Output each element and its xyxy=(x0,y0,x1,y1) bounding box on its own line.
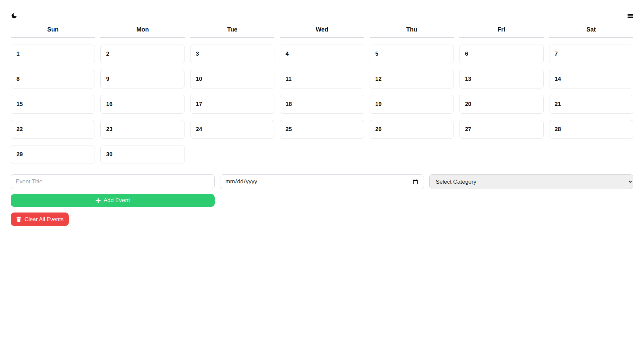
day-number: 14 xyxy=(555,76,561,82)
event-date-input[interactable] xyxy=(220,174,424,189)
menu-button[interactable] xyxy=(628,14,633,18)
day-number: 24 xyxy=(196,126,202,133)
day-number: 20 xyxy=(465,101,471,108)
day-cell: 30 xyxy=(100,145,184,164)
day-cell: 16 xyxy=(100,95,184,114)
day-header: Fri xyxy=(459,26,543,38)
day-number: 29 xyxy=(16,151,23,158)
day-cell: 29 xyxy=(11,145,95,164)
day-cell: 17 xyxy=(190,95,274,114)
day-number: 17 xyxy=(196,101,202,108)
day-cell: 22 xyxy=(11,120,95,139)
day-cell: 1 xyxy=(11,45,95,63)
trash-icon xyxy=(16,217,21,222)
day-number: 2 xyxy=(106,51,109,57)
day-cell: 23 xyxy=(100,120,184,139)
day-number: 6 xyxy=(465,51,468,57)
day-number: 5 xyxy=(375,51,378,57)
day-number: 23 xyxy=(106,126,112,133)
add-event-button[interactable]: Add Event xyxy=(11,194,215,207)
day-number: 30 xyxy=(106,151,112,158)
day-header: Thu xyxy=(370,26,454,38)
day-number: 26 xyxy=(375,126,382,133)
day-number: 18 xyxy=(285,101,292,108)
day-cell: 19 xyxy=(370,95,454,114)
day-number: 27 xyxy=(465,126,471,133)
topbar xyxy=(11,12,633,19)
day-number: 4 xyxy=(285,51,288,57)
day-cell: 26 xyxy=(370,120,454,139)
day-header: Tue xyxy=(190,26,274,38)
day-cell: 21 xyxy=(549,95,633,114)
calendar-app-page: SunMonTueWedThuFriSat1234567891011121314… xyxy=(0,0,644,362)
day-number: 28 xyxy=(555,126,561,133)
clear-all-events-button[interactable]: Clear All Events xyxy=(11,213,69,226)
day-cell: 14 xyxy=(549,70,633,88)
plus-icon xyxy=(96,198,101,203)
day-number: 3 xyxy=(196,51,199,57)
day-cell: 5 xyxy=(370,45,454,63)
day-cell: 28 xyxy=(549,120,633,139)
category-select[interactable]: Select Category xyxy=(429,174,633,189)
day-number: 22 xyxy=(16,126,23,133)
day-cell: 2 xyxy=(100,45,184,63)
day-number: 13 xyxy=(465,76,471,82)
day-cell: 24 xyxy=(190,120,274,139)
day-number: 25 xyxy=(285,126,292,133)
day-cell: 20 xyxy=(459,95,543,114)
day-cell: 9 xyxy=(100,70,184,88)
day-cell: 10 xyxy=(190,70,274,88)
day-number: 16 xyxy=(106,101,112,108)
day-cell: 11 xyxy=(280,70,364,88)
day-cell: 7 xyxy=(549,45,633,63)
day-cell: 6 xyxy=(459,45,543,63)
day-number: 7 xyxy=(555,51,558,57)
day-cell: 8 xyxy=(11,70,95,88)
day-number: 12 xyxy=(375,76,382,82)
hamburger-icon xyxy=(628,14,633,18)
day-cell: 13 xyxy=(459,70,543,88)
event-form: Select Category Add Event xyxy=(11,174,633,207)
event-title-input[interactable] xyxy=(11,174,215,189)
clear-events-label: Clear All Events xyxy=(24,216,63,223)
day-header: Sun xyxy=(11,26,95,38)
day-number: 21 xyxy=(555,101,561,108)
day-cell: 15 xyxy=(11,95,95,114)
theme-toggle-button[interactable] xyxy=(11,12,17,19)
moon-icon xyxy=(11,12,17,19)
day-header: Mon xyxy=(100,26,184,38)
add-event-label: Add Event xyxy=(104,197,130,204)
day-number: 10 xyxy=(196,76,202,82)
day-cell: 12 xyxy=(370,70,454,88)
day-cell: 3 xyxy=(190,45,274,63)
calendar-grid: SunMonTueWedThuFriSat1234567891011121314… xyxy=(11,26,633,164)
day-header: Sat xyxy=(549,26,633,38)
day-cell: 27 xyxy=(459,120,543,139)
day-cell: 4 xyxy=(280,45,364,63)
day-number: 15 xyxy=(16,101,23,108)
day-number: 19 xyxy=(375,101,382,108)
day-cell: 25 xyxy=(280,120,364,139)
day-cell: 18 xyxy=(280,95,364,114)
day-number: 8 xyxy=(16,76,19,82)
day-number: 9 xyxy=(106,76,109,82)
day-number: 1 xyxy=(16,51,19,57)
day-number: 11 xyxy=(285,76,291,82)
day-header: Wed xyxy=(280,26,364,38)
